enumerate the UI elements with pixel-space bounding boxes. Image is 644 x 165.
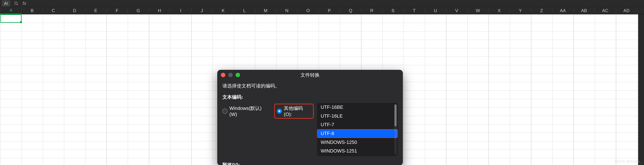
radio-group: Windows(默认)(W) 其他编码(O):	[222, 103, 314, 119]
column-header-K[interactable]: K	[213, 7, 234, 14]
listbox-scrollbar-thumb[interactable]	[394, 104, 396, 126]
column-header-J[interactable]: J	[192, 7, 213, 14]
column-header-V[interactable]: V	[446, 7, 468, 14]
file-convert-dialog: 文件转换 请选择使文档可读的编码。 文本编码: Windows(默认)(W) 其…	[217, 70, 403, 165]
radio-indicator	[222, 108, 228, 114]
column-header-D[interactable]: D	[64, 7, 86, 14]
column-header-B[interactable]: B	[22, 7, 43, 14]
column-header-O[interactable]: O	[298, 7, 319, 14]
column-header-Q[interactable]: Q	[340, 7, 361, 14]
column-header-G[interactable]: G	[128, 7, 149, 14]
column-header-Y[interactable]: Y	[510, 7, 531, 14]
encoding-listbox[interactable]: UTF-16BEUTF-16LEUTF-7UTF-8WINDOWS-1250WI…	[317, 103, 398, 156]
encoding-option[interactable]: UTF-16BE	[317, 103, 398, 112]
column-header-I[interactable]: I	[170, 7, 192, 14]
formula-bar: fx	[14, 0, 26, 6]
fx-label[interactable]: fx	[22, 0, 26, 6]
column-header-AB[interactable]: AB	[574, 7, 595, 14]
column-header-C[interactable]: C	[43, 7, 64, 14]
column-header-N[interactable]: N	[276, 7, 298, 14]
watermark: CSDN @Andya_	[614, 159, 642, 164]
radio-label: 其他编码(O):	[284, 105, 311, 117]
search-icon[interactable]	[14, 1, 19, 6]
column-header-Z[interactable]: Z	[531, 7, 552, 14]
column-header-U[interactable]: U	[425, 7, 446, 14]
radio-indicator	[277, 108, 282, 114]
selected-cell[interactable]	[0, 14, 22, 23]
column-header-A[interactable]: A	[0, 7, 22, 14]
column-header-AD[interactable]: AD	[616, 7, 638, 14]
column-header-X[interactable]: X	[489, 7, 510, 14]
column-header-R[interactable]: R	[361, 7, 383, 14]
encoding-option[interactable]: WINDOWS-1251	[317, 147, 398, 156]
radio-other-encoding[interactable]: 其他编码(O):	[274, 104, 314, 119]
dialog-titlebar: 文件转换	[217, 70, 403, 80]
column-header-S[interactable]: S	[382, 7, 404, 14]
encoding-option[interactable]: WINDOWS-1250	[317, 138, 398, 147]
toolbar: AI fx	[0, 0, 644, 7]
encoding-option[interactable]: UTF-7	[317, 120, 398, 129]
encoding-option[interactable]: UTF-16LE	[317, 112, 398, 120]
maximize-button[interactable]	[236, 73, 240, 77]
column-header-W[interactable]: W	[468, 7, 489, 14]
svg-line-1	[17, 4, 18, 5]
column-header-P[interactable]: P	[319, 7, 340, 14]
column-header-M[interactable]: M	[255, 7, 276, 14]
dialog-title: 文件转换	[300, 72, 320, 78]
dialog-instruction: 请选择使文档可读的编码。	[222, 83, 398, 89]
column-headers: ABCDEFGHIJKLMNOPQRSTUVWXYZAAABACAD	[0, 7, 644, 14]
radio-windows-default[interactable]: Windows(默认)(W)	[222, 105, 269, 117]
ai-badge[interactable]: AI	[2, 0, 10, 6]
column-header-E[interactable]: E	[85, 7, 106, 14]
preview-label: 预览(V):	[222, 162, 398, 165]
dialog-body: 请选择使文档可读的编码。 文本编码: Windows(默认)(W) 其他编码(O…	[217, 80, 403, 165]
radio-label: Windows(默认)(W)	[229, 105, 269, 117]
listbox-scrollbar[interactable]	[394, 104, 396, 155]
column-header-AC[interactable]: AC	[595, 7, 616, 14]
column-header-F[interactable]: F	[106, 7, 128, 14]
svg-point-0	[15, 2, 17, 4]
vertical-scrollbar[interactable]	[638, 14, 644, 165]
encoding-option[interactable]: WINDOWS-1252	[317, 156, 398, 156]
minimize-button	[228, 73, 233, 77]
text-encoding-label: 文本编码:	[222, 94, 398, 100]
encoding-row: Windows(默认)(W) 其他编码(O): UTF-16BEUTF-16LE…	[222, 103, 398, 156]
column-header-AA[interactable]: AA	[552, 7, 574, 14]
window-controls	[221, 73, 240, 77]
encoding-option[interactable]: UTF-8	[317, 129, 398, 138]
column-header-H[interactable]: H	[149, 7, 170, 14]
column-header-L[interactable]: L	[234, 7, 255, 14]
encoding-listbox-wrap: UTF-16BEUTF-16LEUTF-7UTF-8WINDOWS-1250WI…	[317, 103, 398, 156]
close-button[interactable]	[221, 73, 225, 77]
column-header-T[interactable]: T	[404, 7, 425, 14]
